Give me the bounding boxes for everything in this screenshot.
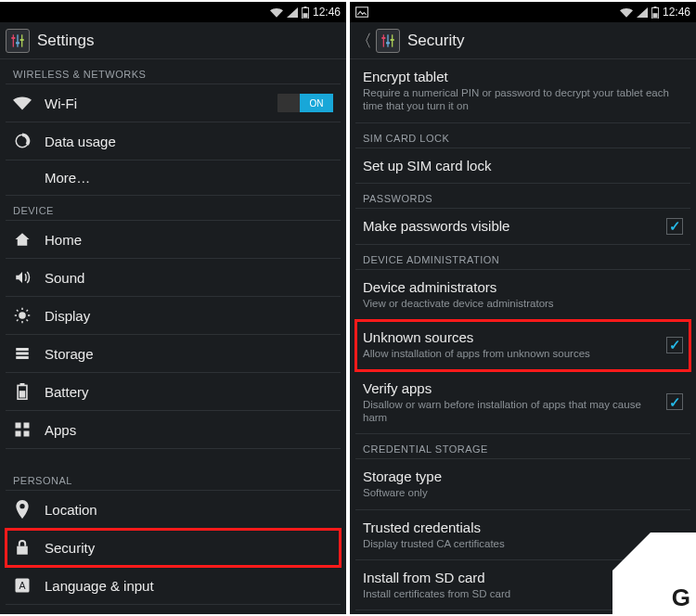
battery-status-icon — [651, 6, 659, 19]
svg-point-29 — [19, 504, 24, 508]
battery-icon — [13, 382, 32, 401]
location-row[interactable]: Location — [6, 491, 341, 529]
svg-line-18 — [27, 310, 29, 312]
data-usage-icon — [13, 132, 32, 150]
verify-apps-row[interactable]: Verify apps Disallow or warn before inst… — [355, 371, 690, 435]
section-wireless-header: WIRELESS & NETWORKS — [6, 59, 341, 84]
svg-rect-37 — [383, 34, 384, 46]
display-row[interactable]: Display — [6, 297, 341, 335]
svg-rect-30 — [17, 546, 28, 555]
clock-text: 12:46 — [663, 6, 690, 19]
svg-rect-42 — [391, 39, 394, 41]
section-device-header: DEVICE — [6, 196, 341, 221]
location-icon — [13, 500, 32, 519]
svg-rect-2 — [303, 13, 307, 18]
home-row[interactable]: Home — [6, 221, 341, 259]
svg-rect-25 — [16, 423, 21, 429]
lock-icon — [13, 538, 32, 557]
svg-rect-8 — [20, 39, 24, 41]
section-credential-header: CREDENTIAL STORAGE — [355, 434, 690, 459]
titlebar: Settings — [0, 22, 346, 59]
svg-rect-3 — [13, 34, 14, 46]
section-device-admin-header: DEVICE ADMINISTRATION — [355, 245, 690, 270]
svg-line-16 — [27, 320, 29, 322]
svg-rect-40 — [381, 37, 385, 39]
data-usage-label: Data usage — [45, 134, 333, 149]
section-accounts-header: ACCOUNTS — [6, 605, 341, 614]
page-title: Security — [407, 32, 464, 50]
svg-rect-23 — [20, 383, 25, 385]
svg-rect-21 — [16, 356, 29, 359]
watermark: G — [612, 533, 696, 616]
unknown-sources-checkbox[interactable] — [666, 337, 683, 353]
storage-type-row: Storage type Software only — [355, 459, 690, 509]
status-bar: 12:46 — [350, 2, 696, 22]
security-screen: 12:46 〈 Security Encrypt tablet Require … — [350, 2, 696, 614]
clock-text: 12:46 — [313, 6, 341, 19]
svg-rect-35 — [654, 6, 657, 7]
battery-row[interactable]: Battery — [6, 373, 341, 411]
svg-rect-38 — [387, 34, 388, 46]
svg-rect-20 — [16, 353, 29, 355]
sim-lock-row[interactable]: Set up SIM card lock — [355, 148, 690, 184]
make-passwords-visible-checkbox[interactable] — [666, 218, 683, 235]
signal-status-icon — [637, 7, 648, 18]
screenshot-status-icon — [355, 6, 368, 18]
status-bar: 12:46 — [0, 2, 346, 22]
wifi-label: Wi-Fi — [45, 96, 264, 111]
wifi-icon — [13, 94, 32, 112]
display-icon — [13, 306, 32, 325]
apps-icon — [13, 420, 32, 439]
svg-rect-1 — [304, 6, 307, 7]
wifi-status-icon — [620, 7, 633, 18]
svg-rect-33 — [356, 7, 368, 18]
apps-row[interactable]: Apps — [6, 411, 341, 449]
language-row[interactable]: A Language & input — [6, 567, 341, 605]
section-passwords-header: PASSWORDS — [355, 184, 690, 209]
back-icon[interactable]: 〈 — [355, 30, 372, 52]
wifi-status-icon — [270, 7, 283, 18]
settings-app-icon — [6, 29, 30, 53]
more-row[interactable]: More… — [6, 160, 341, 196]
svg-rect-26 — [24, 423, 30, 429]
svg-line-15 — [17, 310, 19, 312]
svg-rect-19 — [16, 348, 29, 351]
home-icon — [13, 230, 32, 249]
device-admins-row[interactable]: Device administrators View or deactivate… — [355, 270, 690, 320]
svg-rect-27 — [16, 431, 21, 437]
data-usage-row[interactable]: Data usage — [6, 122, 341, 160]
more-label: More… — [45, 170, 333, 186]
battery-status-icon — [302, 6, 309, 19]
storage-icon — [13, 344, 32, 363]
svg-rect-7 — [16, 42, 19, 44]
svg-text:A: A — [19, 580, 25, 591]
unknown-sources-row[interactable]: Unknown sources Allow installation of ap… — [355, 320, 690, 370]
svg-rect-6 — [11, 37, 15, 39]
settings-screen: 12:46 Settings WIRELESS & NETWORKS Wi-Fi… — [0, 2, 346, 614]
settings-app-icon — [376, 29, 400, 53]
section-sim-header: SIM CARD LOCK — [355, 123, 690, 148]
verify-apps-checkbox[interactable] — [666, 393, 683, 410]
svg-rect-41 — [386, 42, 390, 44]
make-passwords-visible-row[interactable]: Make passwords visible — [355, 209, 690, 245]
svg-rect-36 — [652, 13, 657, 18]
storage-row[interactable]: Storage — [6, 335, 341, 373]
security-row[interactable]: Security — [6, 529, 341, 567]
language-icon: A — [13, 576, 32, 595]
section-personal-header: PERSONAL — [6, 466, 341, 491]
encrypt-tablet-row[interactable]: Encrypt tablet Require a numerical PIN o… — [355, 59, 690, 123]
titlebar[interactable]: 〈 Security — [350, 22, 696, 59]
svg-line-17 — [17, 320, 19, 322]
page-title: Settings — [37, 32, 94, 50]
wifi-row[interactable]: Wi-Fi ON — [6, 84, 341, 122]
signal-status-icon — [287, 7, 298, 18]
svg-rect-24 — [19, 391, 26, 397]
svg-point-10 — [19, 312, 26, 319]
sound-icon — [13, 268, 32, 287]
wifi-toggle[interactable]: ON — [277, 94, 333, 112]
sound-row[interactable]: Sound — [6, 259, 341, 297]
svg-rect-28 — [24, 431, 30, 437]
svg-rect-4 — [17, 34, 18, 46]
